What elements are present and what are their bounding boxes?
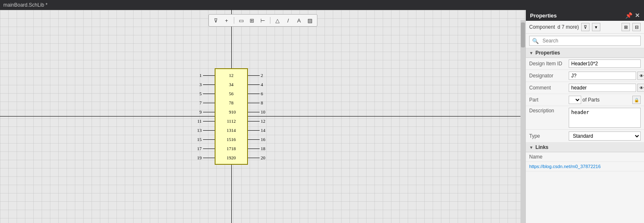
component-label: Component (529, 24, 555, 30)
inner-left-labels: 1 3 5 7 9 11 13 15 17 19 (219, 71, 231, 162)
pin-row-left-17: 17 (196, 144, 215, 153)
props-panel-title: Properties (530, 12, 557, 19)
inner-left-13: 13 (227, 126, 231, 135)
pin-num-left-13: 13 (196, 128, 203, 133)
main-area: ⊽ + ▭ ⊞ ⊢ △ / A ▨ 1 (0, 10, 644, 223)
draw-btn[interactable]: △ (273, 16, 282, 25)
pin-row-right-14: 14 (248, 126, 267, 135)
description-textarea[interactable] (569, 108, 641, 128)
filter-add-btn[interactable]: ⊞ (622, 23, 630, 31)
comment-row: Comment 👁 🔒 (526, 82, 644, 94)
design-item-input[interactable] (569, 59, 641, 68)
pin-row-left-3: 3 (196, 80, 215, 89)
line-btn[interactable]: / (284, 16, 293, 25)
left-pins: 1 3 5 7 (196, 71, 215, 162)
pin-line-left-11 (203, 121, 215, 121)
design-item-row: Design Item ID (526, 58, 644, 70)
inner-right-14: 14 (231, 126, 236, 135)
pin-line-right-16 (248, 139, 260, 140)
move-btn[interactable]: ⊞ (248, 16, 257, 25)
props-close-icon[interactable]: ✕ (635, 12, 640, 19)
pin-num-right-18: 18 (260, 146, 267, 151)
pin-num-left-1: 1 (196, 73, 203, 78)
props-pin-icon[interactable]: 📌 (625, 12, 632, 19)
description-row: Description (526, 106, 644, 130)
design-item-value-wrapper (569, 59, 641, 68)
pin-btn[interactable]: ⊢ (258, 16, 268, 25)
pin-row-left-5: 5 (196, 89, 215, 98)
pin-num-left-11: 11 (196, 119, 203, 124)
type-select[interactable]: Standard Mechanical Graphical (569, 131, 641, 141)
pin-line-left-9 (203, 112, 215, 112)
pin-num-right-12: 12 (260, 119, 267, 124)
pin-line-right-6 (248, 94, 260, 94)
designator-value-wrapper: 👁 🔒 (569, 72, 644, 80)
filter-remove-btn[interactable]: ⊟ (632, 23, 641, 31)
search-row: 🔍 (526, 34, 644, 48)
comment-input[interactable] (569, 84, 636, 92)
properties-section-header[interactable]: ▼ Properties (526, 48, 644, 58)
pin-row-left-1: 1 (196, 71, 215, 80)
inner-right-18: 18 (231, 144, 236, 153)
inner-left-11: 11 (227, 116, 231, 126)
pin-num-right-16: 16 (260, 137, 267, 142)
part-lock-btn[interactable]: 🔒 (632, 96, 641, 104)
type-row: Type Standard Mechanical Graphical (526, 130, 644, 143)
part-row: Part of Parts 🔒 (526, 94, 644, 106)
links-section-header[interactable]: ▼ Links (526, 143, 644, 152)
pin-line-right-18 (248, 149, 260, 149)
pin-line-left-13 (203, 130, 215, 131)
pin-line-left-3 (203, 84, 215, 85)
component-filter-row: Component d 7 more) ⊽ ▾ ⊞ ⊟ (526, 21, 644, 34)
inner-right-6: 6 (231, 89, 234, 98)
pin-line-left-1 (203, 75, 215, 76)
section-title: Properties (535, 50, 560, 56)
text-btn[interactable]: A (295, 16, 304, 25)
canvas-area[interactable]: ⊽ + ▭ ⊞ ⊢ △ / A ▨ 1 (0, 10, 525, 223)
inner-left-17: 17 (227, 144, 231, 153)
pin-num-left-7: 7 (196, 100, 203, 105)
search-input[interactable] (540, 37, 638, 45)
pin-line-left-7 (203, 103, 215, 103)
pin-row-right-12: 12 (248, 116, 267, 126)
title-bar: mainBoard.SchLib * (0, 0, 644, 10)
pin-row-left-11: 11 (196, 116, 215, 126)
inner-left-15: 15 (227, 135, 231, 144)
props-panel-header: Properties 📌 ✕ (526, 10, 644, 21)
scrollbar-thumb[interactable] (521, 22, 525, 47)
inner-left-19: 19 (227, 153, 231, 162)
comment-value-wrapper: 👁 🔒 (569, 84, 644, 92)
schematic-component: 1 3 5 7 (196, 68, 267, 165)
part-select[interactable] (569, 96, 581, 104)
toolbar-separator-2 (270, 17, 270, 24)
pin-line-left-19 (203, 158, 215, 158)
description-label: Description (529, 108, 569, 114)
part-controls: of Parts 🔒 (569, 96, 641, 104)
comment-label: Comment (529, 85, 569, 91)
select-btn[interactable]: ▭ (237, 16, 246, 25)
search-input-wrapper: 🔍 (529, 36, 641, 46)
canvas-scrollbar[interactable] (520, 20, 525, 223)
add-btn[interactable]: + (222, 16, 231, 25)
pin-num-right-14: 14 (260, 128, 267, 133)
designator-visible-btn[interactable]: 👁 (637, 72, 644, 80)
inner-right-4: 4 (231, 80, 234, 89)
links-section-arrow: ▼ (529, 145, 533, 150)
pin-row-left-9: 9 (196, 107, 215, 116)
pin-line-right-8 (248, 103, 260, 103)
section-collapse-arrow: ▼ (529, 51, 533, 55)
special-btn[interactable]: ▨ (305, 16, 315, 25)
link-url[interactable]: https://blog.csdn.net/m0_37872216 (529, 164, 601, 169)
grid-canvas: 1 3 5 7 (0, 10, 525, 223)
comment-visible-btn[interactable]: 👁 (637, 84, 644, 92)
links-section-title: Links (535, 144, 548, 150)
pin-row-left-19: 19 (196, 153, 215, 162)
filter-btn[interactable]: ⊽ (211, 16, 220, 25)
pin-row-left-7: 7 (196, 98, 215, 107)
filter-dropdown-btn[interactable]: ▾ (592, 23, 600, 31)
component-filter-text: d 7 more) (557, 24, 579, 30)
pin-num-right-20: 20 (260, 155, 267, 160)
filter-funnel-btn[interactable]: ⊽ (581, 23, 590, 31)
part-of-label: of Parts (582, 97, 599, 103)
designator-input[interactable] (569, 72, 636, 80)
